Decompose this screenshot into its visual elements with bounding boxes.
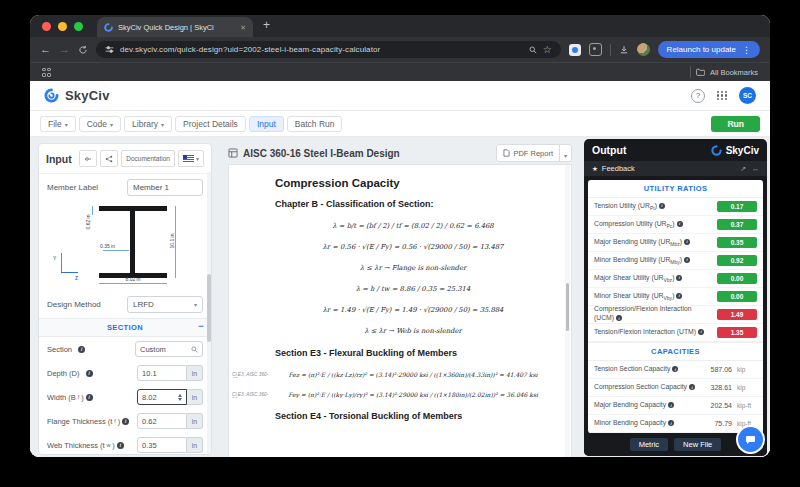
search-icon[interactable] bbox=[191, 346, 198, 353]
width-input[interactable]: 8.02 bbox=[137, 389, 187, 405]
web-thickness-input[interactable]: 0.35 bbox=[137, 437, 187, 453]
feedback-bar[interactable]: Feedback bbox=[584, 161, 767, 176]
info-icon[interactable] bbox=[659, 203, 665, 209]
z-axis-label: Z bbox=[75, 275, 78, 281]
utility-badge: 0.17 bbox=[717, 201, 757, 212]
utility-badge: 0.92 bbox=[717, 255, 757, 266]
browser-menu-icon[interactable] bbox=[742, 45, 751, 55]
slider-toggle-button[interactable] bbox=[79, 150, 97, 167]
metric-button[interactable]: Metric bbox=[630, 438, 668, 451]
utility-badge: 0.00 bbox=[717, 291, 757, 302]
menu-code[interactable]: Code bbox=[79, 116, 121, 132]
input-scrollbar-thumb[interactable] bbox=[207, 274, 211, 342]
doc-subheading: Chapter B - Classification of Section: bbox=[275, 199, 571, 209]
utility-row: Compression Utility (URPc) 0.37 bbox=[588, 216, 763, 234]
browser-tab[interactable]: SkyCiv Quick Design | SkyCi bbox=[97, 17, 253, 37]
extension-icon[interactable] bbox=[589, 43, 602, 56]
forward-icon[interactable] bbox=[59, 44, 70, 55]
tab-groups-icon[interactable] bbox=[42, 68, 51, 77]
design-method-select[interactable]: LRFD bbox=[127, 296, 203, 313]
unit-addon: in bbox=[187, 437, 203, 453]
menu-file[interactable]: File bbox=[40, 116, 76, 132]
utility-badge: 1.35 bbox=[717, 327, 757, 338]
info-icon[interactable] bbox=[677, 221, 683, 227]
new-tab-button[interactable] bbox=[263, 15, 270, 33]
minimize-window-button[interactable] bbox=[58, 22, 67, 31]
info-icon[interactable] bbox=[616, 315, 622, 321]
documentation-button[interactable]: Documentation bbox=[121, 150, 175, 167]
document-scrollbar[interactable] bbox=[565, 165, 570, 457]
apps-grid-icon[interactable] bbox=[717, 91, 727, 101]
info-icon[interactable] bbox=[86, 370, 93, 377]
skyciv-extension-icon[interactable] bbox=[569, 44, 581, 56]
info-icon[interactable] bbox=[698, 329, 704, 335]
help-icon[interactable] bbox=[691, 89, 705, 103]
back-icon[interactable] bbox=[40, 44, 51, 55]
document-scrollbar-thumb[interactable] bbox=[566, 283, 569, 331]
doc-subheading: Section E4 - Torsional Buckling of Membe… bbox=[275, 411, 571, 421]
downloads-icon[interactable] bbox=[619, 45, 629, 55]
site-settings-icon[interactable] bbox=[105, 45, 114, 54]
profile-avatar[interactable] bbox=[637, 43, 650, 56]
bookmarks-bar: All Bookmarks bbox=[30, 62, 770, 81]
browser-toolbar: dev.skyciv.com/quick-design?uid=2002-ste… bbox=[30, 37, 770, 62]
info-icon[interactable] bbox=[78, 346, 85, 353]
language-selector[interactable] bbox=[178, 150, 204, 167]
bookmark-star-icon[interactable] bbox=[543, 44, 552, 55]
app-menubar: File Code Library Project Details Input … bbox=[30, 111, 770, 137]
collapse-icon[interactable] bbox=[198, 321, 204, 331]
output-brand: SkyCiv bbox=[726, 145, 759, 156]
reload-icon[interactable] bbox=[78, 45, 88, 55]
info-icon[interactable] bbox=[86, 394, 93, 401]
chat-widget-button[interactable] bbox=[736, 425, 765, 454]
new-file-button[interactable]: New File bbox=[674, 438, 721, 451]
info-icon[interactable] bbox=[672, 366, 678, 372]
info-icon[interactable] bbox=[689, 384, 695, 390]
run-button[interactable]: Run bbox=[711, 116, 760, 132]
flange-thickness-input[interactable]: 0.62 bbox=[137, 413, 187, 429]
brand-name[interactable]: SkyCiv bbox=[65, 88, 110, 103]
member-label-input[interactable]: Member 1 bbox=[127, 179, 203, 196]
menu-library[interactable]: Library bbox=[124, 116, 172, 132]
chevron-down-icon bbox=[194, 300, 197, 309]
depth-row: Depth (D) 10.1in bbox=[39, 361, 211, 385]
pdf-dropdown-button[interactable] bbox=[559, 145, 571, 161]
info-icon[interactable] bbox=[668, 402, 674, 408]
info-icon[interactable] bbox=[676, 275, 682, 281]
relaunch-update-button[interactable]: Relaunch to update bbox=[658, 41, 760, 58]
browser-window: SkyCiv Quick Design | SkyCi dev.skyciv.c… bbox=[30, 15, 770, 457]
equation: Cl.E3, AISC 360-16Fey = (π)²·E / ((ky·Ly… bbox=[229, 391, 571, 398]
info-icon[interactable] bbox=[668, 420, 674, 426]
chevron-down-icon bbox=[196, 155, 199, 162]
info-icon[interactable] bbox=[684, 257, 690, 263]
tab-close-icon[interactable] bbox=[240, 23, 246, 32]
user-avatar[interactable]: SC bbox=[739, 87, 756, 104]
utility-badge: 0.00 bbox=[717, 273, 757, 284]
menu-input[interactable]: Input bbox=[249, 116, 284, 132]
info-icon[interactable] bbox=[122, 418, 129, 425]
resize-icon[interactable] bbox=[752, 165, 759, 173]
section-input[interactable]: Custom bbox=[135, 341, 203, 357]
capacity-unit: kip bbox=[737, 366, 757, 373]
address-bar[interactable]: dev.skyciv.com/quick-design?uid=2002-ste… bbox=[96, 41, 561, 58]
zoom-window-button[interactable] bbox=[74, 22, 83, 31]
search-icon[interactable] bbox=[529, 46, 537, 54]
all-bookmarks-button[interactable]: All Bookmarks bbox=[710, 68, 758, 77]
menu-project-details[interactable]: Project Details bbox=[175, 116, 246, 132]
pdf-report-button[interactable]: PDF Report bbox=[496, 144, 572, 162]
depth-input[interactable]: 10.1 bbox=[137, 365, 187, 381]
menu-batch-run[interactable]: Batch Run bbox=[287, 116, 343, 132]
close-window-button[interactable] bbox=[42, 22, 51, 31]
section-header[interactable]: SECTION bbox=[39, 318, 211, 337]
info-icon[interactable] bbox=[117, 442, 124, 449]
share-button[interactable] bbox=[100, 150, 118, 167]
info-icon[interactable] bbox=[676, 293, 682, 299]
info-icon[interactable] bbox=[684, 239, 690, 245]
feedback-label: Feedback bbox=[602, 164, 635, 173]
capacity-value: 587.06 bbox=[711, 366, 732, 373]
number-stepper[interactable] bbox=[178, 394, 182, 401]
utility-row: Tension/Flexion Interaction (UTM) 1.35 bbox=[588, 324, 763, 342]
share-icon[interactable] bbox=[740, 165, 746, 173]
skyciv-logo-icon bbox=[44, 88, 59, 103]
skyciv-favicon-icon bbox=[104, 23, 113, 32]
